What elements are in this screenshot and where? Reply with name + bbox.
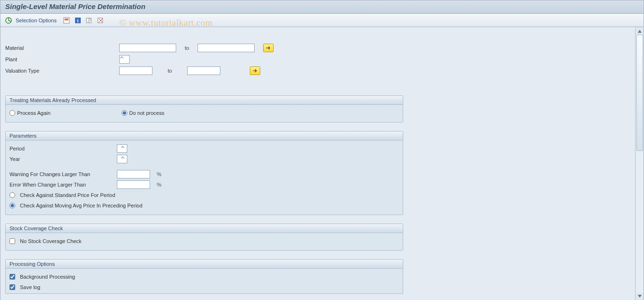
- execute-icon[interactable]: [4, 16, 13, 25]
- valuation-to-label: to: [168, 68, 172, 74]
- info-icon[interactable]: i: [74, 16, 82, 25]
- error-percent: %: [157, 182, 161, 188]
- application-toolbar: Selection Options i: [0, 14, 644, 27]
- row-check-moving: Check Against Moving Avg Price In Preced…: [9, 200, 399, 211]
- material-to-label: to: [185, 45, 189, 51]
- row-valuation: Valuation Type to: [0, 65, 635, 76]
- year-label: Year: [9, 156, 114, 162]
- do-not-process-radio[interactable]: [122, 110, 127, 116]
- group-parameters-header: Parameters: [6, 131, 403, 141]
- group-treating-processed: Treating Materials Already Processed Pro…: [5, 95, 403, 122]
- delete-selection-icon[interactable]: [96, 16, 105, 25]
- row-material: Material to: [0, 42, 635, 54]
- process-again-label: Process Again: [17, 110, 50, 116]
- valuation-multi-select-button[interactable]: [250, 66, 260, 75]
- save-log-checkbox[interactable]: [9, 284, 15, 290]
- group-processing-body: Background Processing Save log: [6, 269, 403, 293]
- warning-input[interactable]: [117, 170, 150, 178]
- do-not-process-label: Do not process: [129, 110, 164, 116]
- group-parameters-body: Period Year: [6, 141, 403, 215]
- group-stock-body: No Stock Coverage Check: [6, 233, 403, 250]
- row-plant: Plant: [0, 54, 635, 65]
- svg-rect-6: [98, 18, 103, 23]
- group-processing-header: Processing Options: [6, 260, 403, 269]
- row-process-options: Process Again Do not process: [9, 108, 399, 118]
- required-mark-icon: [120, 55, 124, 60]
- material-label: Material: [5, 45, 119, 51]
- check-moving-label: Check Against Moving Avg Price In Preced…: [20, 203, 142, 208]
- vertical-scrollbar[interactable]: [635, 27, 644, 300]
- warning-label: Warning For Changes Larger Than: [9, 171, 114, 177]
- valuation-from-input[interactable]: [119, 66, 152, 75]
- row-year: Year: [9, 154, 399, 164]
- content-area: Material to Plant Valuation Type to: [0, 27, 644, 300]
- group-parameters: Parameters Period Year: [5, 131, 403, 215]
- period-label: Period: [9, 146, 114, 151]
- main-form: Material to Plant Valuation Type to: [0, 27, 635, 300]
- background-label: Background Processing: [20, 274, 75, 280]
- check-standard-radio[interactable]: [9, 192, 15, 198]
- group-stock-header: Stock Coverage Check: [6, 224, 403, 233]
- error-label: Error When Change Larger Than: [9, 182, 114, 188]
- save-log-label: Save log: [20, 284, 40, 290]
- group-processing-options: Processing Options Background Processing…: [5, 259, 403, 294]
- group-stock-coverage: Stock Coverage Check No Stock Coverage C…: [5, 224, 403, 251]
- material-multi-select-button[interactable]: [263, 44, 274, 52]
- required-mark-icon: [121, 144, 125, 150]
- scroll-up-button[interactable]: [636, 28, 643, 35]
- scroll-thumb[interactable]: [636, 35, 643, 151]
- check-standard-label: Check Against Standard Price For Period: [20, 192, 115, 198]
- row-warning: Warning For Changes Larger Than %: [9, 169, 399, 179]
- svg-rect-2: [65, 19, 68, 20]
- material-to-input[interactable]: [198, 44, 255, 52]
- variant-save-icon[interactable]: [62, 16, 71, 25]
- selection-options-button[interactable]: Selection Options: [16, 18, 57, 23]
- plant-label: Plant: [5, 56, 119, 62]
- error-input[interactable]: [117, 180, 150, 189]
- required-mark-icon: [121, 155, 125, 160]
- material-from-input[interactable]: [119, 44, 176, 52]
- title-bar: Single-Level Material Price Determinatio…: [0, 0, 644, 14]
- row-save-log: Save log: [9, 282, 399, 292]
- row-period: Period: [9, 143, 399, 154]
- group-treating-header: Treating Materials Already Processed: [6, 96, 403, 105]
- background-checkbox[interactable]: [9, 274, 15, 280]
- sap-window: Single-Level Material Price Determinatio…: [0, 0, 644, 300]
- group-treating-body: Process Again Do not process: [6, 105, 403, 122]
- check-moving-radio[interactable]: [9, 203, 15, 208]
- row-background: Background Processing: [9, 272, 399, 282]
- process-again-radio[interactable]: [9, 110, 15, 116]
- row-error: Error When Change Larger Than %: [9, 179, 399, 190]
- svg-text:i: i: [77, 18, 79, 23]
- no-stock-check-checkbox[interactable]: [9, 238, 15, 244]
- row-no-stock-check: No Stock Coverage Check: [9, 236, 399, 246]
- no-stock-check-label: No Stock Coverage Check: [20, 238, 82, 244]
- page-title: Single-Level Material Price Determinatio…: [5, 2, 145, 10]
- row-check-standard: Check Against Standard Price For Period: [9, 190, 399, 200]
- scroll-down-button[interactable]: [636, 293, 643, 300]
- display-selection-icon[interactable]: [85, 16, 94, 25]
- warning-percent: %: [157, 171, 161, 177]
- valuation-to-input[interactable]: [187, 66, 220, 75]
- scroll-track[interactable]: [636, 35, 643, 293]
- valuation-label: Valuation Type: [5, 68, 119, 74]
